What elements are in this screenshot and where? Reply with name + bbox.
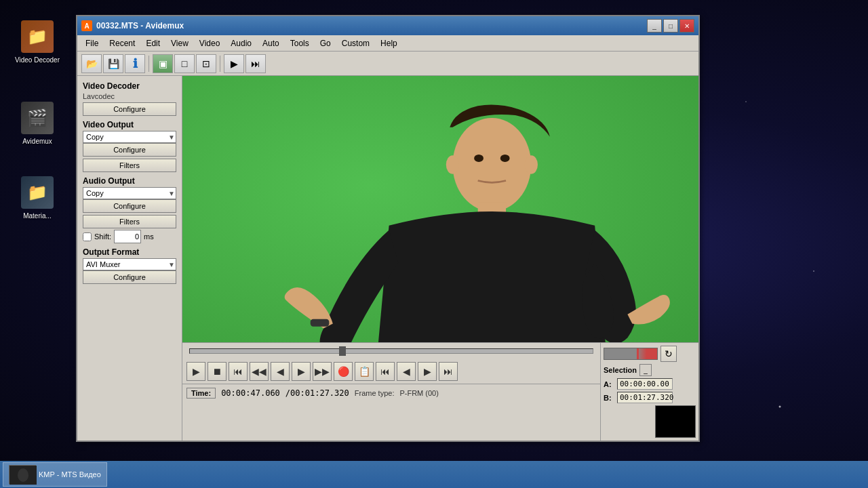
desktop: 📁 Video Decoder 🎬 Avidemux 📁 Materia... … xyxy=(0,0,868,488)
output-format-dropdown[interactable]: AVI Muxer MKV Muxer MP4 Muxer xyxy=(83,258,176,270)
content-area: Video Decoder Lavcodec Configure Video O… xyxy=(77,76,698,441)
back-large-button[interactable]: ◀◀ xyxy=(250,362,269,381)
desktop-icon-video-label: Video Decoder xyxy=(15,56,60,64)
open-button[interactable]: 📂 xyxy=(81,54,102,73)
codec-label: Lavcodec xyxy=(83,92,176,100)
svg-point-2 xyxy=(452,118,531,211)
video-output-filters-button[interactable]: Filters xyxy=(83,159,176,172)
menu-custom[interactable]: Custom xyxy=(336,37,375,49)
audio-output-dropdown-wrap: Copy FFmpeg MP3 ▼ xyxy=(83,187,176,199)
menu-view[interactable]: View xyxy=(165,37,194,49)
menu-recent[interactable]: Recent xyxy=(104,37,140,49)
video-output-button[interactable]: ▣ xyxy=(153,54,173,73)
maximize-button[interactable]: □ xyxy=(663,19,678,33)
svg-point-5 xyxy=(500,155,510,162)
bottom-controls-area: ▶ ⏹ ⏮ ◀◀ ◀ ▶ ▶▶ 🔴 📋 ⏮ ◀ ▶ ⏭ xyxy=(182,342,698,441)
collapse-button[interactable]: _ xyxy=(639,364,652,376)
go-b-button[interactable]: ▶ xyxy=(418,362,437,381)
play-button[interactable]: ▶ xyxy=(186,362,205,381)
stop-button[interactable]: ⏹ xyxy=(208,362,226,381)
output-format-dropdown-wrap: AVI Muxer MKV Muxer MP4 Muxer ▼ xyxy=(83,258,176,270)
menu-go[interactable]: Go xyxy=(315,37,336,49)
next-button[interactable]: ⏭ xyxy=(245,54,266,73)
video-output-label: Video Output xyxy=(83,120,176,129)
svg-point-6 xyxy=(446,155,459,174)
frame-type-label: Frame type: xyxy=(355,389,395,397)
menu-tools[interactable]: Tools xyxy=(285,37,315,49)
save-button[interactable]: 💾 xyxy=(103,54,123,73)
volume-bar-row: ↻ xyxy=(604,346,696,362)
status-row: Time: 00:00:47.060 /00:01:27.320 Frame t… xyxy=(182,384,600,401)
toolbar-separator-2 xyxy=(220,56,220,72)
timeline-track[interactable] xyxy=(189,348,593,354)
menu-audio[interactable]: Audio xyxy=(225,37,257,49)
desktop-icon-material[interactable]: 📁 Materia... xyxy=(14,176,61,220)
fwd-large-button[interactable]: ▶▶ xyxy=(313,362,332,381)
bottom-right-panel: ↻ Selection _ A: 00:00:00.00 B: 00:01: xyxy=(600,343,698,441)
desktop-icon-avidemux[interactable]: 🎬 Avidemux xyxy=(14,102,61,145)
shift-ms-label: ms xyxy=(144,232,154,241)
refresh-button[interactable]: ↻ xyxy=(660,346,677,362)
close-button[interactable]: ✕ xyxy=(679,19,694,33)
desktop-icon-video[interactable]: 📁 Video Decoder xyxy=(14,20,61,64)
mark-in-button[interactable]: 🔴 xyxy=(334,362,353,381)
menu-auto[interactable]: Auto xyxy=(257,37,285,49)
desktop-icon-material-label: Materia... xyxy=(23,212,52,220)
menu-help[interactable]: Help xyxy=(375,37,403,49)
toolbar-separator-1 xyxy=(149,56,149,72)
taskbar: KMP - MTS Видео xyxy=(0,461,868,488)
selection-b-row: B: 00:01:27.320 xyxy=(604,392,696,403)
svg-point-10 xyxy=(18,468,28,482)
svg-point-7 xyxy=(525,155,538,174)
shift-row: Shift: 0 ms xyxy=(83,230,176,243)
mark-button[interactable]: 📋 xyxy=(355,362,374,381)
audio-filters-button[interactable]: Filters xyxy=(83,215,176,228)
selection-a-label: A: xyxy=(604,380,614,388)
fwd-small-button[interactable]: ▶ xyxy=(292,362,311,381)
svg-point-4 xyxy=(474,155,484,162)
shift-input[interactable]: 0 xyxy=(114,230,141,243)
audio-output-dropdown[interactable]: Copy FFmpeg MP3 xyxy=(83,187,176,199)
volume-indicator xyxy=(637,348,639,359)
title-bar-controls: _ □ ✕ xyxy=(647,19,694,33)
menu-edit[interactable]: Edit xyxy=(140,37,165,49)
left-panel: Video Decoder Lavcodec Configure Video O… xyxy=(77,76,182,441)
taskbar-item[interactable]: KMP - MTS Видео xyxy=(3,462,107,487)
save-output-button[interactable]: □ xyxy=(174,54,195,73)
audio-output-label: Audio Output xyxy=(83,176,176,186)
shift-checkbox[interactable] xyxy=(83,232,92,241)
app-icon: A xyxy=(81,20,92,31)
output-format-configure-button[interactable]: Configure xyxy=(83,270,176,284)
video-output-configure-button[interactable]: Configure xyxy=(83,143,176,157)
video-output-dropdown[interactable]: Copy FFmpeg x264 xyxy=(83,131,176,143)
app-window: A 00332.MTS - Avidemux _ □ ✕ File Recent… xyxy=(76,15,700,442)
go-end-button[interactable]: ⏭ xyxy=(439,362,458,381)
back-small-button[interactable]: ◀ xyxy=(271,362,290,381)
taskbar-thumb xyxy=(9,465,36,484)
prev-keyframe-button[interactable]: ⏮ xyxy=(229,362,248,381)
timeline-thumb[interactable] xyxy=(339,346,346,356)
go-a-button[interactable]: ◀ xyxy=(397,362,416,381)
collapse-row: Selection _ xyxy=(604,364,696,376)
video-decoder-configure-button[interactable]: Configure xyxy=(83,102,176,116)
go-start-button[interactable]: ⏮ xyxy=(376,362,395,381)
controls-row: ▶ ⏹ ⏮ ◀◀ ◀ ▶ ▶▶ 🔴 📋 ⏮ ◀ ▶ ⏭ xyxy=(182,359,600,384)
selection-a-row: A: 00:00:00.00 xyxy=(604,378,696,390)
menu-video[interactable]: Video xyxy=(194,37,225,49)
audio-configure-button[interactable]: Configure xyxy=(83,199,176,213)
selection-b-value: 00:01:27.320 xyxy=(617,392,673,403)
play-preview-button[interactable]: ▶ xyxy=(224,54,244,73)
total-time: /00:01:27.320 xyxy=(285,388,349,398)
minimize-button[interactable]: _ xyxy=(647,19,662,33)
taskbar-item-label: KMP - MTS Видео xyxy=(39,470,101,479)
output-format-label: Output Format xyxy=(83,247,176,257)
menu-file[interactable]: File xyxy=(80,37,104,49)
queue-button[interactable]: ⊡ xyxy=(196,54,216,73)
volume-bar xyxy=(604,348,658,360)
selection-label: Selection xyxy=(604,366,637,374)
selection-a-value: 00:00:00.00 xyxy=(617,378,673,390)
current-time: 00:00:47.060 xyxy=(221,388,280,398)
info-button[interactable]: ℹ xyxy=(125,54,145,73)
frame-type-value: P-FRM (00) xyxy=(399,389,438,397)
video-output-section: Video Output Copy FFmpeg x264 ▼ Configur… xyxy=(83,120,176,172)
